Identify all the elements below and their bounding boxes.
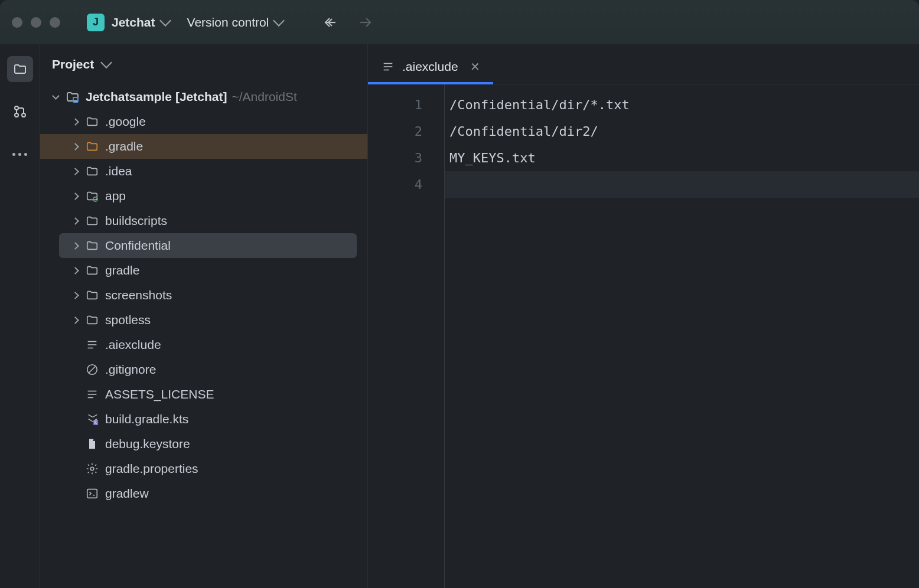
project-tool-button[interactable] [7, 56, 33, 82]
tree-item[interactable]: .gradle [40, 134, 367, 159]
tree-item[interactable]: screenshots [40, 283, 367, 308]
maximize-window-icon[interactable] [50, 17, 60, 28]
file-icon [85, 437, 99, 451]
folder-icon [85, 263, 99, 277]
svg-rect-16 [87, 489, 97, 498]
line-number: 4 [368, 171, 445, 198]
project-panel: Project Jetchatsample [Jetchat] ~/Androi… [40, 44, 368, 588]
code-area[interactable]: 1234 /Confidential/dir/*.txt/Confidentia… [368, 84, 919, 588]
project-panel-header[interactable]: Project [40, 44, 367, 84]
close-window-icon[interactable] [12, 17, 22, 28]
tree-item[interactable]: ASSETS_LICENSE [40, 382, 367, 407]
tree-item[interactable]: Confidential [59, 233, 357, 258]
code-line[interactable]: MY_KEYS.txt [445, 145, 919, 171]
tree-item[interactable]: .google [40, 109, 367, 134]
chevron-down-icon [159, 15, 171, 27]
folder-icon [85, 288, 99, 302]
folder-icon [85, 239, 99, 253]
tree-item[interactable]: spotless [40, 308, 367, 332]
folder-icon [85, 313, 99, 327]
tree-item[interactable]: gradle [40, 258, 367, 283]
tree-root-bracket: [Jetchat] [175, 90, 227, 104]
tree-root[interactable]: Jetchatsample [Jetchat] ~/AndroidSt [40, 84, 367, 109]
tool-rail [0, 44, 40, 588]
tree-item[interactable]: .idea [40, 159, 367, 184]
minimize-window-icon[interactable] [31, 17, 41, 28]
tree-item-label: build.gradle.kts [105, 412, 188, 426]
folder-icon [85, 164, 99, 178]
chevron-down-icon [273, 15, 285, 27]
folder-orange-icon [85, 139, 99, 153]
tree-item-label: .gitignore [105, 362, 156, 377]
line-number: 3 [368, 145, 445, 171]
panel-title: Project [52, 57, 94, 71]
module-folder-icon [66, 90, 80, 104]
svg-point-0 [15, 106, 18, 110]
tree-item[interactable]: Kbuild.gradle.kts [40, 407, 367, 432]
code-line[interactable] [445, 171, 919, 198]
tree-item[interactable]: gradlew [40, 481, 367, 506]
svg-point-1 [22, 113, 25, 117]
tree-item[interactable]: .gitignore [40, 357, 367, 382]
editor: .aiexclude ✕ 1234 /Confidential/dir/*.tx… [368, 44, 919, 588]
vcs-dropdown[interactable]: Version control [187, 15, 269, 30]
project-badge: J [87, 14, 105, 31]
expand-toggle[interactable] [69, 119, 82, 125]
tree-item[interactable]: gradle.properties [40, 456, 367, 481]
tree-item-label: debug.keystore [105, 437, 190, 451]
tree-item-label: gradlew [105, 486, 149, 501]
code-line[interactable]: /Confidential/dir2/ [445, 118, 919, 145]
more-tools-button[interactable] [7, 141, 33, 167]
window-controls [12, 17, 60, 28]
tree-item-label: gradle [105, 263, 139, 277]
tree-item-label: Confidential [105, 239, 171, 253]
terminal-icon [85, 486, 99, 501]
expand-toggle[interactable] [69, 218, 82, 224]
gutter: 1234 [368, 84, 445, 588]
expand-toggle[interactable] [49, 96, 62, 99]
expand-toggle[interactable] [69, 194, 82, 199]
svg-point-2 [15, 113, 18, 117]
svg-text:K: K [94, 420, 97, 424]
tree-item-label: screenshots [105, 288, 172, 302]
tree-root-path: ~/AndroidSt [232, 90, 296, 104]
expand-toggle[interactable] [69, 318, 82, 323]
editor-tabs: .aiexclude ✕ [368, 44, 919, 84]
tree-item-label: app [105, 189, 126, 203]
code-lines[interactable]: /Confidential/dir/*.txt/Confidential/dir… [445, 84, 919, 588]
expand-toggle[interactable] [69, 293, 82, 298]
expand-toggle[interactable] [69, 169, 82, 174]
tree-item-label: spotless [105, 313, 151, 327]
chevron-down-icon [100, 57, 112, 68]
tree-item-label: .idea [105, 164, 132, 178]
textfile-icon [85, 387, 99, 401]
code-line[interactable]: /Confidential/dir/*.txt [445, 92, 919, 118]
tree-item[interactable]: app [40, 184, 367, 208]
structure-tool-button[interactable] [7, 99, 33, 125]
svg-line-9 [89, 367, 96, 373]
tree-item[interactable]: buildscripts [40, 208, 367, 233]
tree-item[interactable]: debug.keystore [40, 432, 367, 456]
expand-toggle[interactable] [69, 144, 82, 149]
tab-label: .aiexclude [402, 60, 458, 74]
textfile-icon [85, 338, 99, 352]
nav-back-button[interactable] [323, 15, 337, 30]
tree-item-label: .aiexclude [105, 338, 161, 352]
folder-icon [85, 115, 99, 129]
editor-tab[interactable]: .aiexclude ✕ [368, 51, 493, 84]
expand-toggle[interactable] [69, 268, 82, 273]
expand-toggle[interactable] [69, 243, 82, 249]
line-number: 2 [368, 118, 445, 145]
tree-item-label: ASSETS_LICENSE [105, 387, 214, 401]
kts-icon: K [85, 412, 99, 426]
tree-item[interactable]: .aiexclude [40, 332, 367, 357]
project-tree: Jetchatsample [Jetchat] ~/AndroidSt .goo… [40, 84, 367, 588]
folder-icon [85, 214, 99, 228]
gear-icon [85, 462, 99, 476]
close-tab-icon[interactable]: ✕ [470, 60, 480, 74]
svg-point-15 [90, 467, 94, 471]
tree-item-label: gradle.properties [105, 462, 198, 476]
nav-forward-button[interactable] [359, 15, 373, 30]
project-name-dropdown[interactable]: Jetchat [112, 15, 155, 30]
ignore-icon [85, 362, 99, 377]
